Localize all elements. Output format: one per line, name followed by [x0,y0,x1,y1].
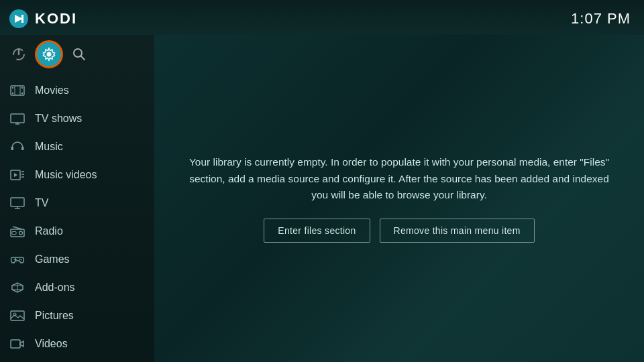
svg-rect-18 [11,147,14,150]
sidebar-item-pictures[interactable]: Pictures [0,302,154,330]
sidebar-item-games[interactable]: Games [0,245,154,274]
power-icon [11,47,26,62]
svg-rect-31 [12,232,16,235]
remove-menu-item-button[interactable]: Remove this main menu item [380,219,535,243]
sidebar-controls [0,35,154,76]
top-bar-left: KODI [8,8,77,29]
sidebar-item-tv[interactable]: TV [0,189,154,217]
sidebar-item-radio[interactable]: Radio [0,217,154,245]
sidebar-label-music: Music [35,141,63,153]
top-bar: KODI 1:07 PM [0,0,644,35]
svg-rect-2 [21,15,23,23]
svg-rect-41 [11,340,20,348]
svg-point-10 [12,93,13,94]
music-video-icon [9,167,25,183]
svg-point-9 [12,87,13,88]
film-icon [9,82,25,99]
video-icon [9,336,25,352]
main-content: Your library is currently empty. In orde… [154,35,644,362]
sidebar-label-tv: TV [35,197,48,209]
svg-point-34 [19,259,21,260]
library-action-buttons: Enter files section Remove this main men… [184,219,614,243]
power-button[interactable] [9,45,28,64]
svg-marker-21 [14,173,17,177]
svg-point-11 [21,87,23,88]
search-button[interactable] [70,45,89,64]
svg-rect-39 [11,311,24,320]
svg-point-30 [19,231,23,235]
settings-button[interactable] [35,40,63,68]
enter-files-button[interactable]: Enter files section [264,219,370,243]
svg-point-35 [21,259,22,261]
svg-rect-15 [11,114,24,123]
sidebar-label-tvshows: TV shows [35,113,82,125]
empty-library-message: Your library is currently empty. In orde… [184,154,614,204]
radio-icon [9,223,25,239]
sidebar-label-pictures: Pictures [35,310,74,322]
kodi-logo-icon [8,8,30,29]
headphones-icon [9,139,25,155]
sidebar-label-music-videos: Music videos [35,169,97,181]
sidebar-label-radio: Radio [35,225,63,237]
empty-library-card: Your library is currently empty. In orde… [171,141,627,256]
sidebar-label-games: Games [35,253,70,265]
gear-icon [42,47,56,62]
gamepad-icon [9,251,25,267]
sidebar-item-addons[interactable]: Add-ons [0,274,154,302]
svg-point-5 [47,52,52,57]
sidebar-label-movies: Movies [35,84,69,97]
sidebar-item-music[interactable]: Music [0,133,154,161]
content-area: Movies TV shows Music Music videos TV [0,35,644,362]
sidebar-item-music-videos[interactable]: Music videos [0,161,154,189]
svg-rect-25 [11,198,24,206]
svg-rect-19 [21,147,24,150]
app-title: KODI [35,10,77,27]
svg-point-12 [21,93,23,94]
sidebar-item-movies[interactable]: Movies [0,76,154,105]
sidebar-item-videos[interactable]: Videos [0,330,154,358]
addon-icon [9,280,25,296]
search-icon [72,47,87,62]
monitor-icon [9,195,25,211]
sidebar: Movies TV shows Music Music videos TV [0,35,154,362]
sidebar-label-videos: Videos [35,338,68,350]
sidebar-item-tvshows[interactable]: TV shows [0,105,154,133]
clock: 1:07 PM [571,10,631,27]
svg-line-7 [81,56,85,60]
tv-icon [9,111,25,127]
sidebar-label-addons: Add-ons [35,282,75,294]
image-icon [9,308,25,324]
